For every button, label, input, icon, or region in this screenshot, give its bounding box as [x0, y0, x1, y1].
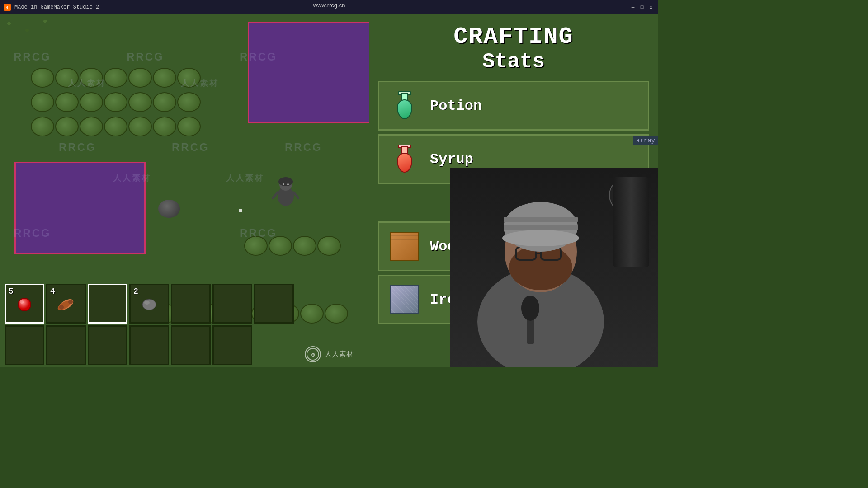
chair — [613, 177, 649, 267]
bush — [104, 117, 127, 136]
titlebar: G Made in GameMaker Studio 2 — □ ✕ — [0, 0, 658, 14]
slot-1-count: 5 — [9, 287, 14, 296]
svg-point-5 — [283, 183, 284, 185]
bush — [104, 92, 127, 112]
bush — [244, 236, 268, 256]
room-top — [248, 22, 371, 123]
bush — [153, 92, 176, 112]
bottom-logo-text: 人人素材 — [325, 350, 354, 359]
bush — [128, 68, 152, 88]
bush — [128, 117, 152, 136]
inventory-slot-1[interactable]: 5 — [5, 284, 44, 324]
potion-icon — [393, 92, 416, 119]
svg-text:⊕: ⊕ — [311, 352, 315, 357]
slot-2-count: 4 — [50, 287, 55, 296]
crafting-title: CRAFTING — [378, 23, 649, 50]
bush — [80, 117, 103, 136]
inventory-slot-10[interactable] — [88, 325, 127, 365]
webcam-background: G — [450, 168, 658, 367]
bush — [55, 92, 79, 112]
svg-point-11 — [20, 300, 24, 304]
inventory-slot-12[interactable] — [171, 325, 211, 365]
bush — [293, 236, 316, 256]
bush — [80, 92, 103, 112]
inventory-slot-11[interactable] — [129, 325, 169, 365]
svg-point-6 — [287, 183, 289, 185]
titlebar-left: G Made in GameMaker Studio 2 — [4, 4, 99, 11]
inventory-row-1: 5 4 — [5, 284, 294, 324]
inventory-slot-5[interactable] — [171, 284, 211, 324]
close-button[interactable]: ✕ — [647, 4, 655, 11]
inventory-slot-3[interactable] — [88, 284, 127, 324]
logo-circle: ⊕ — [305, 346, 321, 362]
bush — [177, 117, 201, 136]
inventory-slot-4[interactable]: 2 — [129, 284, 169, 324]
wood-block-icon — [388, 230, 421, 263]
bush — [31, 117, 54, 136]
svg-point-15 — [59, 305, 64, 310]
webcam-overlay: G — [450, 168, 658, 367]
inventory-slot-6[interactable] — [212, 284, 252, 324]
minimize-button[interactable]: — — [629, 4, 637, 11]
inventory-slot-7[interactable] — [254, 284, 294, 324]
sausage-icon — [55, 295, 77, 313]
bush — [128, 92, 152, 112]
potion-body — [397, 99, 412, 119]
bush — [153, 117, 176, 136]
character — [272, 174, 299, 206]
maximize-button[interactable]: □ — [638, 4, 646, 11]
bush — [31, 68, 54, 88]
iron-block-icon — [388, 283, 421, 316]
syrup-icon — [393, 145, 416, 173]
bush — [300, 304, 324, 324]
svg-rect-29 — [504, 217, 578, 222]
svg-point-16 — [68, 300, 73, 304]
bush — [80, 68, 103, 88]
iron-block-sprite — [390, 285, 419, 314]
bottom-logo: ⊕ 人人素材 — [305, 346, 354, 362]
syrup-body — [397, 153, 412, 173]
potion-label: Potion — [430, 98, 482, 114]
svg-point-28 — [502, 230, 579, 246]
svg-point-18 — [144, 301, 150, 305]
svg-text:G: G — [6, 6, 8, 9]
svg-line-7 — [273, 192, 278, 198]
game-area: RRCG RRCG RRCG RRCG RRCG RRCG RRCG RRCG … — [0, 14, 371, 367]
bush — [177, 68, 201, 88]
svg-line-8 — [294, 192, 298, 198]
rock — [158, 200, 180, 218]
wood-block-sprite — [390, 232, 419, 261]
stats-title: Stats — [378, 50, 649, 74]
bush — [55, 117, 79, 136]
inventory-slot-9[interactable] — [46, 325, 86, 365]
orb-icon — [15, 295, 33, 313]
inventory-slot-13[interactable] — [212, 325, 252, 365]
app-icon: G — [4, 4, 11, 11]
svg-point-32 — [521, 296, 539, 321]
svg-rect-30 — [504, 225, 578, 230]
bush — [153, 68, 176, 88]
app-title: Made in GameMaker Studio 2 — [14, 4, 99, 10]
slot-4-count: 2 — [133, 287, 138, 296]
inventory-row-2 — [5, 325, 294, 365]
inventory-slot-2[interactable]: 4 — [46, 284, 86, 324]
inventory-slot-8[interactable] — [5, 325, 44, 365]
potion-icon-container — [388, 89, 421, 122]
bush — [104, 68, 127, 88]
svg-point-4 — [278, 177, 293, 186]
pebble-icon — [140, 296, 158, 312]
bush — [317, 236, 341, 256]
syrup-icon-container — [388, 143, 421, 175]
room-left — [14, 162, 146, 254]
syrup-label: Syrup — [430, 151, 473, 168]
bush — [55, 68, 79, 88]
inventory: 5 4 — [5, 284, 294, 365]
craft-item-potion[interactable]: Potion — [378, 81, 649, 131]
bush — [269, 236, 292, 256]
bush — [177, 92, 201, 112]
bush — [31, 92, 54, 112]
bush — [325, 304, 348, 324]
array-label: array — [633, 136, 658, 145]
window-controls: — □ ✕ — [629, 4, 655, 11]
